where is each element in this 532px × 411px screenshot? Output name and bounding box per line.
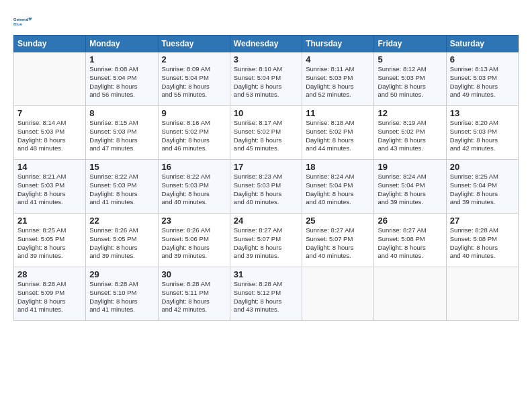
day-number: 23 [162,216,226,226]
day-info: Sunrise: 8:21 AM Sunset: 5:03 PM Dayligh… [17,173,82,207]
day-number: 6 [450,54,515,64]
calendar-cell: 19Sunrise: 8:24 AM Sunset: 5:04 PM Dayli… [374,160,446,214]
calendar-cell: 31Sunrise: 8:28 AM Sunset: 5:12 PM Dayli… [230,267,302,321]
day-number: 4 [306,54,370,64]
calendar-week-row: 14Sunrise: 8:21 AM Sunset: 5:03 PM Dayli… [14,160,519,214]
calendar-cell: 7Sunrise: 8:14 AM Sunset: 5:03 PM Daylig… [14,106,86,160]
day-number: 8 [89,108,154,118]
day-number: 7 [17,108,82,118]
day-info: Sunrise: 8:26 AM Sunset: 5:06 PM Dayligh… [162,226,226,261]
day-number: 15 [89,162,154,172]
calendar-cell: 20Sunrise: 8:25 AM Sunset: 5:04 PM Dayli… [446,160,518,214]
calendar-cell: 10Sunrise: 8:17 AM Sunset: 5:02 PM Dayli… [230,106,302,160]
day-info: Sunrise: 8:28 AM Sunset: 5:10 PM Dayligh… [89,280,154,314]
day-number: 20 [450,162,515,172]
day-info: Sunrise: 8:27 AM Sunset: 5:07 PM Dayligh… [234,226,298,261]
calendar-cell: 18Sunrise: 8:24 AM Sunset: 5:04 PM Dayli… [302,160,374,214]
calendar-cell [14,52,86,106]
day-info: Sunrise: 8:13 AM Sunset: 5:03 PM Dayligh… [450,65,515,99]
day-info: Sunrise: 8:17 AM Sunset: 5:02 PM Dayligh… [234,119,298,153]
day-info: Sunrise: 8:18 AM Sunset: 5:02 PM Dayligh… [306,119,370,153]
day-info: Sunrise: 8:08 AM Sunset: 5:04 PM Dayligh… [89,65,154,99]
calendar-week-row: 1Sunrise: 8:08 AM Sunset: 5:04 PM Daylig… [14,52,519,106]
day-info: Sunrise: 8:25 AM Sunset: 5:04 PM Dayligh… [450,173,515,207]
logo-icon: GeneralBlue [13,12,32,31]
day-number: 3 [234,54,298,64]
day-info: Sunrise: 8:16 AM Sunset: 5:02 PM Dayligh… [162,119,226,153]
calendar-cell [374,267,446,321]
calendar-cell: 25Sunrise: 8:27 AM Sunset: 5:07 PM Dayli… [302,214,374,267]
calendar-cell: 27Sunrise: 8:28 AM Sunset: 5:08 PM Dayli… [446,214,518,267]
calendar-col-header: Sunday [14,36,86,52]
calendar-header-row: SundayMondayTuesdayWednesdayThursdayFrid… [14,36,519,52]
calendar-cell: 16Sunrise: 8:22 AM Sunset: 5:03 PM Dayli… [158,160,230,214]
calendar-cell: 3Sunrise: 8:10 AM Sunset: 5:04 PM Daylig… [230,52,302,106]
calendar-cell: 23Sunrise: 8:26 AM Sunset: 5:06 PM Dayli… [158,214,230,267]
calendar-cell: 9Sunrise: 8:16 AM Sunset: 5:02 PM Daylig… [158,106,230,160]
day-info: Sunrise: 8:23 AM Sunset: 5:03 PM Dayligh… [234,173,298,207]
day-info: Sunrise: 8:22 AM Sunset: 5:03 PM Dayligh… [89,173,154,207]
day-number: 19 [378,162,442,172]
calendar-week-row: 21Sunrise: 8:25 AM Sunset: 5:05 PM Dayli… [14,214,519,267]
day-info: Sunrise: 8:27 AM Sunset: 5:08 PM Dayligh… [378,226,442,261]
day-info: Sunrise: 8:10 AM Sunset: 5:04 PM Dayligh… [234,65,298,99]
day-number: 26 [378,216,442,226]
svg-marker-2 [28,17,32,21]
day-number: 13 [450,108,515,118]
day-info: Sunrise: 8:19 AM Sunset: 5:02 PM Dayligh… [378,119,442,153]
calendar-table: SundayMondayTuesdayWednesdayThursdayFrid… [13,35,519,321]
svg-text:Blue: Blue [13,22,23,26]
day-number: 11 [306,108,370,118]
calendar-cell: 12Sunrise: 8:19 AM Sunset: 5:02 PM Dayli… [374,106,446,160]
day-info: Sunrise: 8:27 AM Sunset: 5:07 PM Dayligh… [306,226,370,261]
day-number: 9 [162,108,226,118]
calendar-cell: 8Sunrise: 8:15 AM Sunset: 5:03 PM Daylig… [86,106,158,160]
day-number: 1 [89,54,154,64]
calendar-col-header: Wednesday [230,36,302,52]
day-number: 18 [306,162,370,172]
day-info: Sunrise: 8:24 AM Sunset: 5:04 PM Dayligh… [306,173,370,207]
logo: GeneralBlue [13,12,32,31]
day-number: 2 [162,54,226,64]
day-number: 24 [234,216,298,226]
day-info: Sunrise: 8:15 AM Sunset: 5:03 PM Dayligh… [89,119,154,153]
calendar-week-row: 7Sunrise: 8:14 AM Sunset: 5:03 PM Daylig… [14,106,519,160]
calendar-cell: 29Sunrise: 8:28 AM Sunset: 5:10 PM Dayli… [86,267,158,321]
calendar-cell: 5Sunrise: 8:12 AM Sunset: 5:03 PM Daylig… [374,52,446,106]
calendar-cell [302,267,374,321]
calendar-cell: 11Sunrise: 8:18 AM Sunset: 5:02 PM Dayli… [302,106,374,160]
calendar-cell: 1Sunrise: 8:08 AM Sunset: 5:04 PM Daylig… [86,52,158,106]
calendar-cell: 14Sunrise: 8:21 AM Sunset: 5:03 PM Dayli… [14,160,86,214]
calendar-col-header: Tuesday [158,36,230,52]
calendar-cell: 15Sunrise: 8:22 AM Sunset: 5:03 PM Dayli… [86,160,158,214]
day-info: Sunrise: 8:14 AM Sunset: 5:03 PM Dayligh… [17,119,82,153]
calendar-cell: 24Sunrise: 8:27 AM Sunset: 5:07 PM Dayli… [230,214,302,267]
day-info: Sunrise: 8:25 AM Sunset: 5:05 PM Dayligh… [17,226,82,261]
day-number: 10 [234,108,298,118]
calendar-cell [446,267,518,321]
day-number: 5 [378,54,442,64]
calendar-cell: 26Sunrise: 8:27 AM Sunset: 5:08 PM Dayli… [374,214,446,267]
day-number: 22 [89,216,154,226]
day-number: 21 [17,216,82,226]
calendar-cell: 22Sunrise: 8:26 AM Sunset: 5:05 PM Dayli… [86,214,158,267]
calendar-cell: 13Sunrise: 8:20 AM Sunset: 5:03 PM Dayli… [446,106,518,160]
day-info: Sunrise: 8:26 AM Sunset: 5:05 PM Dayligh… [89,226,154,261]
day-number: 25 [306,216,370,226]
day-number: 17 [234,162,298,172]
day-number: 31 [234,269,298,279]
day-number: 29 [89,269,154,279]
day-info: Sunrise: 8:24 AM Sunset: 5:04 PM Dayligh… [378,173,442,207]
calendar-col-header: Thursday [302,36,374,52]
calendar-cell: 17Sunrise: 8:23 AM Sunset: 5:03 PM Dayli… [230,160,302,214]
header: GeneralBlue [13,12,519,31]
day-info: Sunrise: 8:20 AM Sunset: 5:03 PM Dayligh… [450,119,515,153]
day-info: Sunrise: 8:28 AM Sunset: 5:08 PM Dayligh… [450,226,515,261]
page: GeneralBlue SundayMondayTuesdayWednesday… [0,0,532,411]
calendar-cell: 28Sunrise: 8:28 AM Sunset: 5:09 PM Dayli… [14,267,86,321]
calendar-col-header: Friday [374,36,446,52]
calendar-cell: 21Sunrise: 8:25 AM Sunset: 5:05 PM Dayli… [14,214,86,267]
day-info: Sunrise: 8:28 AM Sunset: 5:09 PM Dayligh… [17,280,82,314]
day-info: Sunrise: 8:28 AM Sunset: 5:12 PM Dayligh… [234,280,298,314]
calendar-cell: 30Sunrise: 8:28 AM Sunset: 5:11 PM Dayli… [158,267,230,321]
